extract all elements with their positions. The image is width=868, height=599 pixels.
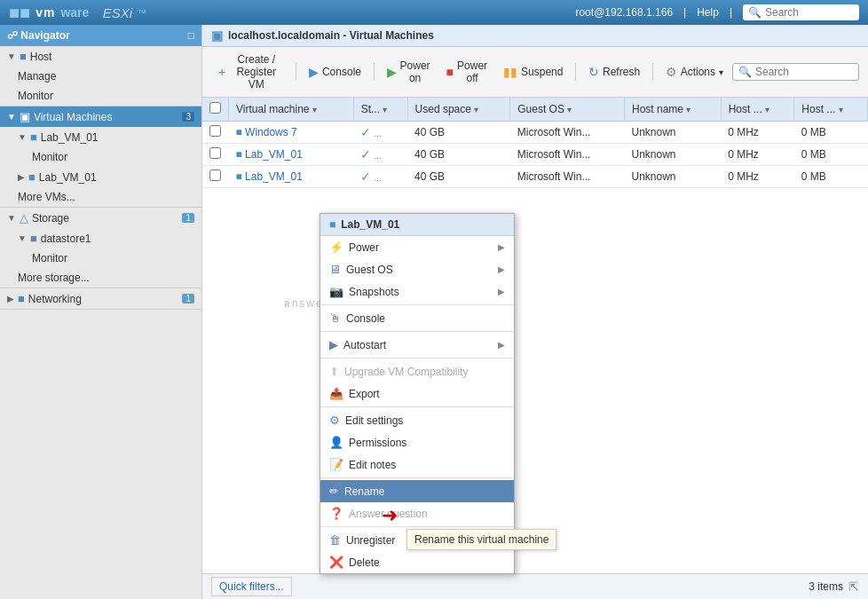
ctx-item-label: Permissions [349,437,406,449]
power-off-button[interactable]: ■ Power off [439,57,494,87]
sidebar-item-more-vms[interactable]: More VMs... [0,187,201,207]
context-menu-item-unregister[interactable]: 🗑 Unregister [320,529,514,551]
context-menu-item-autostart[interactable]: ▶ Autostart ▶ [320,334,514,356]
suspend-label: Suspend [521,66,563,78]
ctx-item-label: Console [346,312,385,325]
help-button[interactable]: Help [697,6,719,19]
toolbar: + Create / Register VM ▶ Console ▶ Power… [202,47,868,98]
ctx-item-left: ❌ Delete [329,556,380,569]
row-vm-name-label[interactable]: Lab_VM_01 [245,148,303,161]
row-checkbox[interactable] [209,169,221,181]
row-status: ✓ ... [353,144,407,166]
vmware-icon: ■■ [9,3,30,23]
resize-handle-icon[interactable]: ⇱ [848,579,859,594]
ctx-item-icon: 📷 [329,285,343,298]
table-row[interactable]: ■ Windows 7 ✓ ... 40 GB Microsoft Win...… [202,122,868,144]
storage-badge: 1 [182,213,194,223]
items-count: 3 items [809,580,843,593]
row-status-detail: ... [375,129,382,138]
sidebar-item-host[interactable]: ▼ ■ Host [0,46,201,67]
row-vm-name[interactable]: ■ Windows 7 [229,122,354,144]
top-search-box[interactable]: 🔍 [743,4,859,20]
sidebar-item-lab-vm-01-b[interactable]: ▶ ■ Lab_VM_01 [0,167,201,187]
select-all-checkbox[interactable] [209,102,221,114]
context-menu-item-guest-os[interactable]: 🖥 Guest OS ▶ [320,258,514,280]
user-label[interactable]: root@192.168.1.166 [575,6,673,19]
col-host-name[interactable]: Host name ▾ [624,98,721,122]
context-menu-item-export[interactable]: 📤 Export [320,382,514,405]
row-checkbox-cell[interactable] [202,166,229,188]
context-menu[interactable]: ■ Lab_VM_01 ⚡ Power ▶ 🖥 Guest OS ▶ 📷 Sna… [320,213,515,574]
create-register-button[interactable]: + Create / Register VM [211,51,290,93]
ctx-vm-name: Lab_VM_01 [341,218,399,231]
row-vm-name-label[interactable]: Windows 7 [245,126,297,138]
row-vm-name-label[interactable]: Lab_VM_01 [245,170,303,183]
power-on-button[interactable]: ▶ Power on [380,57,438,87]
sidebar-item-datastore1[interactable]: ▼ ■ datastore1 [0,228,201,248]
context-menu-item-console[interactable]: 🖱 Console [320,307,514,329]
select-all-header[interactable] [202,98,229,122]
sidebar-item-storage[interactable]: ▼ △ Storage 1 [0,208,201,228]
refresh-label: Refresh [603,66,640,78]
toolbar-search-box[interactable]: 🔍 [732,63,859,81]
refresh-button[interactable]: ↻ Refresh [581,62,647,82]
lab-vm-a-arrow-icon: ▼ [18,132,27,142]
row-checkbox-cell[interactable] [202,144,229,166]
context-menu-separator [320,331,514,332]
table-header-row: Virtual machine ▾ St... ▾ Used space ▾ G… [202,98,868,122]
ctx-item-left: ✏ Rename [329,485,384,498]
context-menu-item-edit-settings[interactable]: ⚙ Edit settings [320,409,514,431]
col-status[interactable]: St... ▾ [353,98,407,122]
ctx-item-left: ❓ Answer question [329,507,428,520]
power-on-icon: ▶ [387,65,397,79]
ctx-item-left: ▶ Autostart [329,338,386,351]
col-vm-name[interactable]: Virtual machine ▾ [229,98,354,122]
ctx-submenu-arrow-icon: ▶ [498,264,505,274]
ctx-item-left: 🖱 Console [329,311,385,325]
refresh-icon: ↻ [588,65,599,79]
sidebar-item-monitor-b[interactable]: Monitor [0,248,201,268]
ctx-item-label: Edit settings [345,414,403,427]
sidebar-item-manage[interactable]: Manage [0,67,201,86]
col-host-mb[interactable]: Host ... ▾ [794,98,868,122]
console-button[interactable]: ▶ Console [302,62,368,82]
vm-arrow-icon: ▼ [7,112,16,122]
ctx-item-label: Unregister [346,534,395,547]
col-host-mhz[interactable]: Host ... ▾ [721,98,794,122]
context-menu-item-rename[interactable]: ✏ Rename [320,480,514,502]
quick-filters[interactable]: Quick filters... [211,577,292,596]
row-host-name: Unknown [624,122,721,144]
sidebar-item-monitor-host[interactable]: Monitor [0,86,201,106]
content-header: ▣ localhost.localdomain - Virtual Machin… [202,25,868,47]
actions-button[interactable]: ⚙ Actions ▾ [659,62,730,82]
row-vm-name[interactable]: ■ Lab_VM_01 [229,166,354,188]
row-vm-name[interactable]: ■ Lab_VM_01 [229,144,354,166]
toolbar-search-input[interactable] [755,66,853,78]
row-checkbox-cell[interactable] [202,122,229,144]
ctx-item-icon: ❌ [329,556,343,569]
sidebar-item-monitor-a[interactable]: Monitor [0,147,201,167]
minimize-icon[interactable]: □ [188,29,194,42]
context-menu-item-power[interactable]: ⚡ Power ▶ [320,236,514,258]
sidebar-item-virtual-machines[interactable]: ▼ ▣ Virtual Machines 3 [0,106,201,127]
sidebar-item-networking[interactable]: ▶ ■ Networking 1 [0,288,201,309]
row-host-name: Unknown [624,144,721,166]
monitor-a-label: Monitor [32,151,67,163]
top-search-input[interactable] [765,6,854,19]
context-menu-item-delete[interactable]: ❌ Delete [320,551,514,573]
suspend-button[interactable]: ▮▮ Suspend [496,62,570,82]
row-checkbox[interactable] [209,147,221,159]
lab-vm-01-b-label: Lab_VM_01 [39,171,97,184]
table-row[interactable]: ■ Lab_VM_01 ✓ ... 40 GB Microsoft Win...… [202,144,868,166]
row-checkbox[interactable] [209,125,221,137]
table-row[interactable]: ■ Lab_VM_01 ✓ ... 40 GB Microsoft Win...… [202,166,868,188]
context-menu-item-edit-notes[interactable]: 📝 Edit notes [320,453,514,476]
ctx-item-left: ⚙ Edit settings [329,414,403,427]
sidebar-item-lab-vm-01-a[interactable]: ▼ ■ Lab_VM_01 [0,127,201,147]
sidebar-item-more-storage[interactable]: More storage... [0,268,201,288]
col-used-space[interactable]: Used space ▾ [407,98,510,122]
col-guest-os[interactable]: Guest OS ▾ [510,98,625,122]
context-menu-item-snapshots[interactable]: 📷 Snapshots ▶ [320,280,514,303]
ctx-item-label: Snapshots [349,286,399,298]
context-menu-item-permissions[interactable]: 👤 Permissions [320,431,514,453]
